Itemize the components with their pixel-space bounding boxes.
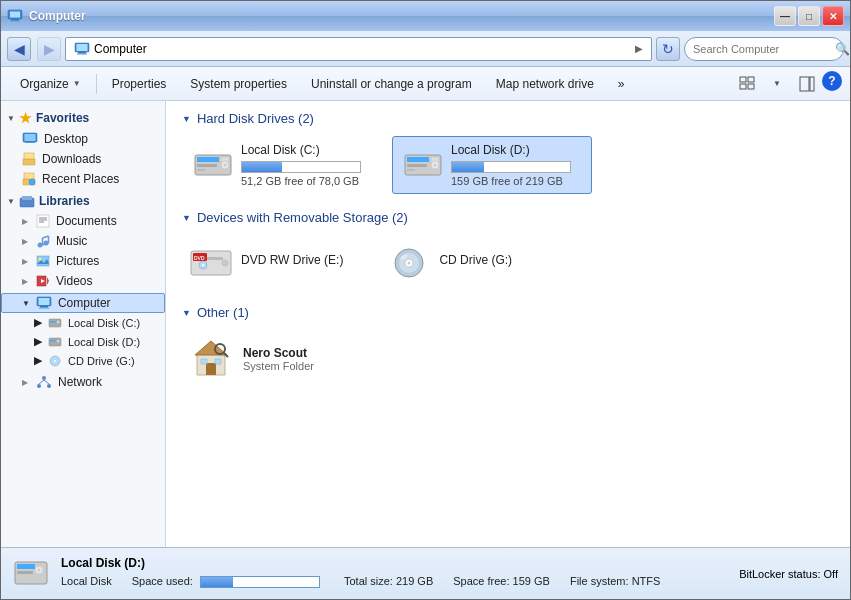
search-input[interactable] <box>693 43 831 55</box>
hdd-c-icon <box>48 317 62 329</box>
svg-point-61 <box>224 164 227 167</box>
svg-text:DVD: DVD <box>194 255 205 261</box>
svg-point-46 <box>57 320 60 323</box>
sidebar-item-pictures[interactable]: ▶ Pictures <box>1 251 165 271</box>
cd-drive-name: CD Drive (G:) <box>439 253 512 267</box>
status-bar: Local Disk (D:) Local Disk Space used: T… <box>1 547 850 599</box>
music-icon <box>36 234 50 248</box>
main-window: Computer — □ ✕ ◀ ▶ Computer ▶ ↻ 🔍 <box>0 0 851 600</box>
search-icon: 🔍 <box>835 42 850 56</box>
libraries-section: ▼ Libraries ▶ Documents <box>1 191 165 291</box>
nero-scout-item[interactable]: Nero Scout System Folder <box>182 330 834 388</box>
svg-rect-12 <box>800 77 809 91</box>
other-header: ▼ Other (1) <box>182 305 834 320</box>
svg-point-93 <box>38 568 41 571</box>
drive-d-item[interactable]: Local Disk (D:) 159 GB free of 219 GB <box>392 136 592 194</box>
sidebar-sub-local-d[interactable]: ▶ Local Disk (D:) <box>1 332 165 351</box>
properties-button[interactable]: Properties <box>101 71 178 97</box>
sidebar-item-desktop[interactable]: Desktop <box>1 129 165 149</box>
sidebar-item-computer[interactable]: ▼ Computer <box>1 293 165 313</box>
drive-c-item[interactable]: Local Disk (C:) 51,2 GB free of 78,0 GB <box>182 136 382 194</box>
cd-g-icon <box>48 355 62 367</box>
drive-c-bar <box>242 162 282 172</box>
svg-rect-45 <box>50 321 57 323</box>
drives-grid: Local Disk (C:) 51,2 GB free of 78,0 GB <box>182 136 834 194</box>
svg-rect-1 <box>10 12 20 18</box>
svg-line-31 <box>43 236 49 238</box>
close-button[interactable]: ✕ <box>822 6 844 26</box>
svg-rect-69 <box>407 164 427 167</box>
preview-pane-button[interactable] <box>794 71 820 97</box>
sidebar-item-music[interactable]: ▶ Music <box>1 231 165 251</box>
status-total: Total size: 219 GB <box>344 572 433 591</box>
hard-disk-triangle: ▼ <box>182 114 191 124</box>
drive-d-icon <box>403 148 443 183</box>
sidebar-local-disk-c-label: Local Disk (C:) <box>68 317 140 329</box>
sidebar-item-videos[interactable]: ▶ Videos <box>1 271 165 291</box>
status-disk-name: Local Disk (D:) <box>61 556 727 570</box>
computer-section: ▼ Computer ▶ Loca <box>1 293 165 370</box>
nero-scout-info: Nero Scout System Folder <box>243 346 314 372</box>
recent-places-icon <box>22 172 36 186</box>
drive-c-name: Local Disk (C:) <box>241 143 371 157</box>
view-options-button[interactable] <box>734 71 760 97</box>
sidebar: ▼ ★ Favorites Desktop <box>1 101 166 547</box>
svg-rect-7 <box>77 53 87 54</box>
minimize-button[interactable]: — <box>774 6 796 26</box>
map-network-button[interactable]: Map network drive <box>485 71 605 97</box>
more-button[interactable]: » <box>607 71 636 97</box>
sidebar-item-downloads[interactable]: Downloads <box>1 149 165 169</box>
toolbar-right: ▼ ? <box>734 71 842 97</box>
svg-rect-41 <box>38 298 49 305</box>
svg-rect-70 <box>407 169 415 171</box>
system-properties-button[interactable]: System properties <box>179 71 298 97</box>
libraries-header[interactable]: ▼ Libraries <box>1 191 165 211</box>
hard-disk-title: Hard Disk Drives (2) <box>197 111 314 126</box>
forward-button[interactable]: ▶ <box>37 37 61 61</box>
hard-disk-header: ▼ Hard Disk Drives (2) <box>182 111 834 126</box>
organize-button[interactable]: Organize ▼ <box>9 71 92 97</box>
svg-rect-9 <box>748 77 754 82</box>
favorites-header[interactable]: ▼ ★ Favorites <box>1 107 165 129</box>
svg-rect-23 <box>22 196 32 200</box>
svg-rect-24 <box>37 215 49 227</box>
removable-triangle: ▼ <box>182 213 191 223</box>
removable-header: ▼ Devices with Removable Storage (2) <box>182 210 834 225</box>
downloads-icon <box>22 152 36 166</box>
sidebar-item-network[interactable]: ▶ Network <box>1 372 165 392</box>
cd-drive-item[interactable]: CD Drive (G:) <box>380 235 519 289</box>
toolbar-separator <box>96 74 97 94</box>
sidebar-item-documents[interactable]: ▶ Documents <box>1 211 165 231</box>
sidebar-local-disk-d-label: Local Disk (D:) <box>68 336 140 348</box>
address-dropdown[interactable]: Computer ▶ <box>65 37 652 61</box>
title-bar: Computer — □ ✕ <box>1 1 850 31</box>
status-bitlocker: BitLocker status: Off <box>739 568 838 580</box>
svg-rect-65 <box>407 157 429 162</box>
drive-c-bar-container <box>241 161 361 173</box>
refresh-button[interactable]: ↻ <box>656 37 680 61</box>
sidebar-recent-places-label: Recent Places <box>42 172 119 186</box>
dvd-drive-item[interactable]: DVD DVD RW Drive (E:) <box>182 235 350 289</box>
back-button[interactable]: ◀ <box>7 37 31 61</box>
svg-rect-63 <box>197 169 205 171</box>
status-disk-type: Local Disk <box>61 572 112 591</box>
status-bar-visual <box>200 576 320 588</box>
svg-marker-38 <box>47 277 49 285</box>
svg-point-49 <box>57 339 60 342</box>
sidebar-sub-local-c[interactable]: ▶ Local Disk (C:) <box>1 313 165 332</box>
favorites-section: ▼ ★ Favorites Desktop <box>1 107 165 189</box>
computer-sidebar-icon <box>36 296 52 310</box>
svg-point-77 <box>202 264 204 266</box>
svg-rect-3 <box>10 21 20 22</box>
sidebar-sub-cd-g[interactable]: ▶ CD Drive (G:) <box>1 351 165 370</box>
help-button[interactable]: ? <box>822 71 842 91</box>
svg-rect-17 <box>23 159 35 165</box>
sidebar-item-recent-places[interactable]: Recent Places <box>1 169 165 189</box>
search-box[interactable]: 🔍 <box>684 37 844 61</box>
svg-point-75 <box>222 260 228 266</box>
view-arrow-button[interactable]: ▼ <box>762 71 792 97</box>
uninstall-button[interactable]: Uninstall or change a program <box>300 71 483 97</box>
svg-rect-42 <box>40 306 48 308</box>
maximize-button[interactable]: □ <box>798 6 820 26</box>
svg-rect-18 <box>24 153 34 159</box>
